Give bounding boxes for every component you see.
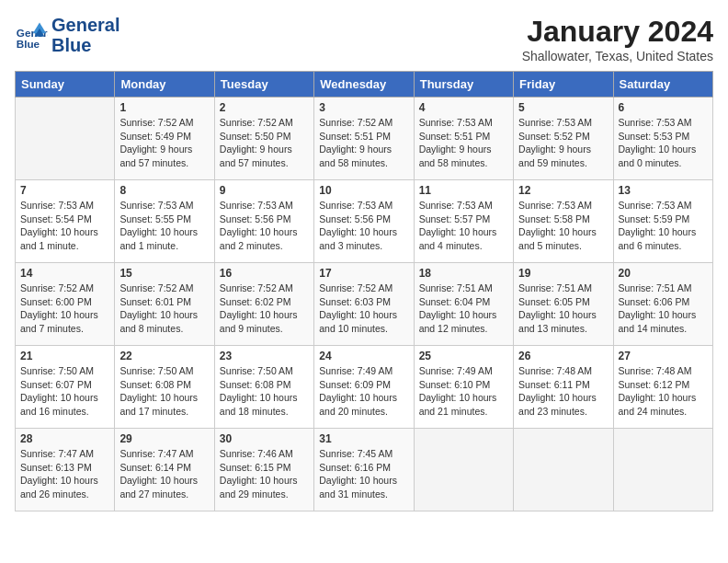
day-info: Sunrise: 7:48 AMSunset: 6:11 PMDaylight:… xyxy=(518,364,608,419)
day-info: Sunrise: 7:50 AMSunset: 6:08 PMDaylight:… xyxy=(220,364,309,419)
day-number: 6 xyxy=(619,101,708,114)
logo-text-line2: Blue xyxy=(51,35,119,55)
day-info: Sunrise: 7:45 AMSunset: 6:16 PMDaylight:… xyxy=(319,447,408,501)
day-number: 9 xyxy=(220,184,309,197)
calendar-table: SundayMondayTuesdayWednesdayThursdayFrid… xyxy=(15,71,713,511)
calendar-cell: 19Sunrise: 7:51 AMSunset: 6:05 PMDayligh… xyxy=(514,263,613,346)
day-number: 23 xyxy=(220,350,309,362)
calendar-cell: 28Sunrise: 7:47 AMSunset: 6:13 PMDayligh… xyxy=(16,429,115,511)
calendar-cell: 6Sunrise: 7:53 AMSunset: 5:53 PMDaylight… xyxy=(613,98,712,180)
calendar-week-4: 21Sunrise: 7:50 AMSunset: 6:07 PMDayligh… xyxy=(16,346,713,429)
calendar-cell: 8Sunrise: 7:53 AMSunset: 5:55 PMDaylight… xyxy=(115,180,214,263)
calendar-body: 1Sunrise: 7:52 AMSunset: 5:49 PMDaylight… xyxy=(16,98,713,511)
day-number: 25 xyxy=(419,350,508,362)
header-cell-friday: Friday xyxy=(514,72,613,98)
header-cell-wednesday: Wednesday xyxy=(314,72,414,98)
calendar-cell: 30Sunrise: 7:46 AMSunset: 6:15 PMDayligh… xyxy=(214,429,313,511)
day-number: 24 xyxy=(319,350,408,362)
day-info: Sunrise: 7:53 AMSunset: 5:56 PMDaylight:… xyxy=(319,199,408,253)
day-info: Sunrise: 7:53 AMSunset: 5:58 PMDaylight:… xyxy=(518,199,608,253)
day-number: 30 xyxy=(220,432,309,445)
calendar-cell: 10Sunrise: 7:53 AMSunset: 5:56 PMDayligh… xyxy=(314,180,414,263)
day-info: Sunrise: 7:49 AMSunset: 6:09 PMDaylight:… xyxy=(319,364,408,419)
day-number: 13 xyxy=(619,184,708,197)
calendar-week-2: 7Sunrise: 7:53 AMSunset: 5:54 PMDaylight… xyxy=(16,180,713,263)
day-number: 16 xyxy=(220,267,309,280)
day-info: Sunrise: 7:52 AMSunset: 6:01 PMDaylight:… xyxy=(119,282,209,336)
logo-text-line1: General xyxy=(51,15,119,35)
month-title: January 2024 xyxy=(522,15,713,49)
svg-text:Blue: Blue xyxy=(17,38,40,50)
day-info: Sunrise: 7:52 AMSunset: 5:51 PMDaylight:… xyxy=(319,116,408,170)
logo-icon: General Blue xyxy=(15,18,48,52)
day-info: Sunrise: 7:52 AMSunset: 5:50 PMDaylight:… xyxy=(220,116,309,170)
title-block: January 2024 Shallowater, Texas, United … xyxy=(522,15,713,63)
header-cell-tuesday: Tuesday xyxy=(214,72,313,98)
calendar-cell: 7Sunrise: 7:53 AMSunset: 5:54 PMDaylight… xyxy=(16,180,115,263)
day-number: 31 xyxy=(319,432,408,445)
day-number: 1 xyxy=(119,101,209,114)
day-number: 5 xyxy=(518,101,608,114)
day-number: 18 xyxy=(419,267,508,280)
day-info: Sunrise: 7:52 AMSunset: 6:02 PMDaylight:… xyxy=(220,282,309,336)
calendar-cell: 3Sunrise: 7:52 AMSunset: 5:51 PMDaylight… xyxy=(314,98,414,180)
calendar-week-5: 28Sunrise: 7:47 AMSunset: 6:13 PMDayligh… xyxy=(16,429,713,511)
day-number: 3 xyxy=(319,101,408,114)
day-number: 27 xyxy=(619,350,708,362)
calendar-cell: 4Sunrise: 7:53 AMSunset: 5:51 PMDaylight… xyxy=(414,98,513,180)
day-number: 26 xyxy=(518,350,608,362)
day-number: 2 xyxy=(220,101,309,114)
day-info: Sunrise: 7:46 AMSunset: 6:15 PMDaylight:… xyxy=(220,447,309,501)
header-cell-saturday: Saturday xyxy=(613,72,712,98)
calendar-cell xyxy=(613,429,712,511)
header-cell-sunday: Sunday xyxy=(16,72,115,98)
day-info: Sunrise: 7:51 AMSunset: 6:04 PMDaylight:… xyxy=(419,282,508,336)
day-info: Sunrise: 7:48 AMSunset: 6:12 PMDaylight:… xyxy=(619,364,708,419)
calendar-cell: 26Sunrise: 7:48 AMSunset: 6:11 PMDayligh… xyxy=(514,346,613,429)
day-info: Sunrise: 7:53 AMSunset: 5:53 PMDaylight:… xyxy=(619,116,708,170)
calendar-cell: 31Sunrise: 7:45 AMSunset: 6:16 PMDayligh… xyxy=(314,429,414,511)
day-info: Sunrise: 7:53 AMSunset: 5:52 PMDaylight:… xyxy=(518,116,608,170)
header-cell-thursday: Thursday xyxy=(414,72,513,98)
calendar-cell: 27Sunrise: 7:48 AMSunset: 6:12 PMDayligh… xyxy=(613,346,712,429)
calendar-cell: 15Sunrise: 7:52 AMSunset: 6:01 PMDayligh… xyxy=(115,263,214,346)
day-number: 4 xyxy=(419,101,508,114)
calendar-cell: 22Sunrise: 7:50 AMSunset: 6:08 PMDayligh… xyxy=(115,346,214,429)
calendar-header-row: SundayMondayTuesdayWednesdayThursdayFrid… xyxy=(16,72,713,98)
day-number: 22 xyxy=(119,350,209,362)
day-info: Sunrise: 7:50 AMSunset: 6:07 PMDaylight:… xyxy=(20,364,109,419)
day-info: Sunrise: 7:53 AMSunset: 5:59 PMDaylight:… xyxy=(619,199,708,253)
logo: General Blue General Blue xyxy=(15,15,119,55)
calendar-cell: 14Sunrise: 7:52 AMSunset: 6:00 PMDayligh… xyxy=(16,263,115,346)
header-cell-monday: Monday xyxy=(115,72,214,98)
page-header: General Blue General Blue January 2024 S… xyxy=(15,15,713,63)
day-number: 19 xyxy=(518,267,608,280)
day-info: Sunrise: 7:47 AMSunset: 6:13 PMDaylight:… xyxy=(20,447,109,501)
calendar-week-3: 14Sunrise: 7:52 AMSunset: 6:00 PMDayligh… xyxy=(16,263,713,346)
day-info: Sunrise: 7:53 AMSunset: 5:51 PMDaylight:… xyxy=(419,116,508,170)
calendar-cell: 5Sunrise: 7:53 AMSunset: 5:52 PMDaylight… xyxy=(514,98,613,180)
day-info: Sunrise: 7:53 AMSunset: 5:57 PMDaylight:… xyxy=(419,199,508,253)
day-number: 10 xyxy=(319,184,408,197)
calendar-cell: 18Sunrise: 7:51 AMSunset: 6:04 PMDayligh… xyxy=(414,263,513,346)
day-number: 12 xyxy=(518,184,608,197)
calendar-cell: 9Sunrise: 7:53 AMSunset: 5:56 PMDaylight… xyxy=(214,180,313,263)
calendar-cell: 12Sunrise: 7:53 AMSunset: 5:58 PMDayligh… xyxy=(514,180,613,263)
day-number: 11 xyxy=(419,184,508,197)
calendar-cell: 21Sunrise: 7:50 AMSunset: 6:07 PMDayligh… xyxy=(16,346,115,429)
day-number: 21 xyxy=(20,350,109,362)
calendar-cell xyxy=(414,429,513,511)
calendar-cell: 29Sunrise: 7:47 AMSunset: 6:14 PMDayligh… xyxy=(115,429,214,511)
day-info: Sunrise: 7:50 AMSunset: 6:08 PMDaylight:… xyxy=(119,364,209,419)
calendar-cell: 13Sunrise: 7:53 AMSunset: 5:59 PMDayligh… xyxy=(613,180,712,263)
calendar-week-1: 1Sunrise: 7:52 AMSunset: 5:49 PMDaylight… xyxy=(16,98,713,180)
day-number: 28 xyxy=(20,432,109,445)
day-info: Sunrise: 7:49 AMSunset: 6:10 PMDaylight:… xyxy=(419,364,508,419)
day-number: 20 xyxy=(619,267,708,280)
day-info: Sunrise: 7:53 AMSunset: 5:55 PMDaylight:… xyxy=(119,199,209,253)
day-number: 14 xyxy=(20,267,109,280)
calendar-cell: 16Sunrise: 7:52 AMSunset: 6:02 PMDayligh… xyxy=(214,263,313,346)
day-number: 15 xyxy=(119,267,209,280)
day-info: Sunrise: 7:52 AMSunset: 5:49 PMDaylight:… xyxy=(119,116,209,170)
day-info: Sunrise: 7:52 AMSunset: 6:00 PMDaylight:… xyxy=(20,282,109,336)
